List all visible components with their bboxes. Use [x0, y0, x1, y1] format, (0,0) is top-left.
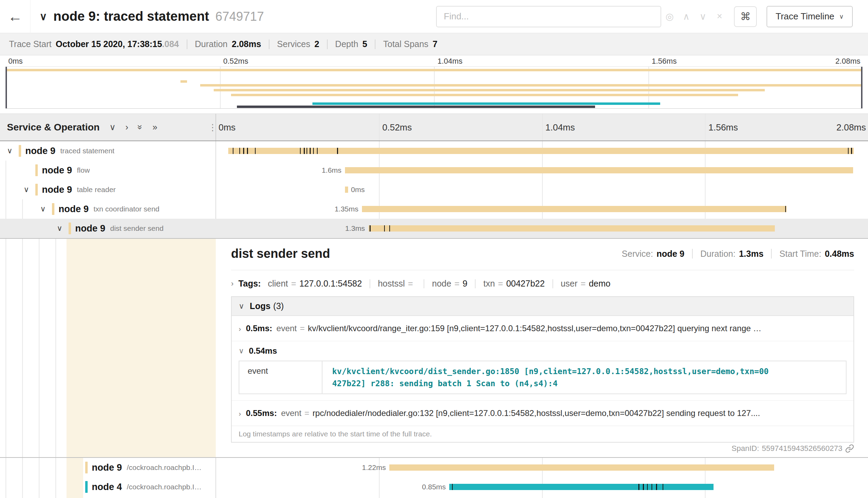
- minimap-left-handle[interactable]: [6, 67, 7, 108]
- find-target-icon[interactable]: ◎: [661, 11, 678, 22]
- span-duration-bar[interactable]: [369, 225, 775, 232]
- chevron-down-icon[interactable]: ∨: [57, 224, 69, 233]
- minimap-canvas[interactable]: [6, 66, 862, 109]
- summary-item: Duration2.08ms: [195, 39, 261, 49]
- chevron-down-icon[interactable]: ∨: [239, 347, 244, 355]
- time-tick-label: 1.56ms: [708, 122, 738, 133]
- minimap-span-bar: [312, 102, 660, 105]
- span-row[interactable]: ∨node 9traced statement: [0, 141, 868, 161]
- span-timeline-column[interactable]: 1.6ms: [216, 161, 868, 180]
- span-name-column[interactable]: ∨node 9dist sender send: [0, 219, 216, 238]
- span-timeline-column[interactable]: 1.35ms: [216, 199, 868, 219]
- separator: [771, 249, 772, 259]
- span-detail-title: dist sender send: [231, 246, 330, 261]
- span-name-column[interactable]: node 4/cockroach.roachpb.I…: [0, 477, 216, 497]
- span-name-column[interactable]: ∨node 9table reader: [0, 180, 216, 199]
- tag-key: txn: [483, 279, 495, 289]
- span-row[interactable]: ∨node 9dist sender send1.3ms: [0, 219, 868, 238]
- span-timeline-column[interactable]: 0.85ms: [216, 477, 868, 497]
- span-name-column[interactable]: ∨node 9txn coordinator send: [0, 199, 216, 219]
- time-tick-label: 2.08ms: [835, 57, 860, 66]
- span-duration-bar[interactable]: [345, 167, 853, 173]
- span-duration-bar[interactable]: [228, 148, 854, 154]
- tags-row[interactable]: › Tags: client=127.0.0.1:54582hostssl=no…: [231, 279, 854, 289]
- log-entry-header[interactable]: ∨0.54ms: [239, 346, 847, 356]
- back-button[interactable]: ←: [0, 0, 30, 33]
- time-tick-label: 0ms: [219, 122, 236, 133]
- span-duration-bar[interactable]: [389, 464, 774, 471]
- span-log-marker: [452, 484, 453, 490]
- keyboard-shortcuts-button[interactable]: ⌘: [734, 6, 757, 27]
- span-duration-bar[interactable]: [449, 484, 714, 490]
- summary-value: 5: [362, 39, 367, 49]
- span-row[interactable]: node 9/cockroach.roachpb.I…1.22ms: [0, 458, 868, 477]
- span-timeline-column[interactable]: 1.3ms: [216, 219, 868, 238]
- service-color-indicator: [35, 164, 38, 176]
- span-log-marker: [247, 148, 248, 154]
- tag-item[interactable]: user=demo: [561, 279, 611, 289]
- span-timeline-column[interactable]: 0ms: [216, 180, 868, 199]
- find-input[interactable]: [436, 6, 661, 27]
- chevron-down-icon[interactable]: ∨: [7, 146, 19, 155]
- span-row[interactable]: node 9flow1.6ms: [0, 161, 868, 180]
- find-group: ◎ ∧ ∨ ×: [436, 6, 728, 27]
- tag-item[interactable]: hostssl=: [378, 279, 416, 289]
- find-clear-button[interactable]: ×: [711, 11, 728, 22]
- chevron-right-icon[interactable]: ›: [231, 279, 233, 288]
- span-row[interactable]: ∨node 9txn coordinator send1.35ms: [0, 199, 868, 219]
- span-row[interactable]: node 4/cockroach.roachpb.I…0.85ms: [0, 477, 868, 497]
- minimap-span-bar: [200, 84, 862, 87]
- span-name-column[interactable]: node 9flow: [0, 161, 216, 180]
- trace-title-chevron-down-icon[interactable]: ∨: [39, 10, 47, 22]
- tag-item[interactable]: txn=00427b22: [483, 279, 544, 289]
- find-prev-button[interactable]: ∧: [678, 11, 694, 22]
- expand-one-button[interactable]: ›: [125, 122, 128, 132]
- chevron-down-icon[interactable]: ∨: [40, 205, 52, 214]
- log-timestamp: 0.5ms:: [246, 324, 272, 333]
- trace-timeline-view-selector[interactable]: Trace Timeline ∨: [767, 6, 853, 27]
- column-resizer-grip[interactable]: ⋮: [0, 241, 1, 250]
- span-detail-header: dist sender send Service:node 9Duration:…: [231, 246, 854, 261]
- separator: [552, 279, 553, 288]
- tag-item[interactable]: client=127.0.0.1:54582: [268, 279, 362, 289]
- collapse-all-button[interactable]: »: [135, 125, 145, 130]
- trace-title: node 9: traced statement: [53, 9, 209, 24]
- service-color-indicator: [52, 203, 54, 215]
- chevron-down-icon[interactable]: ∨: [239, 302, 244, 311]
- expand-all-button[interactable]: »: [152, 122, 157, 132]
- column-resizer-grip[interactable]: ⋮: [208, 123, 217, 132]
- minimap-right-handle[interactable]: [861, 67, 862, 108]
- chevron-down-icon[interactable]: ∨: [24, 185, 35, 194]
- span-log-marker: [663, 484, 664, 490]
- log-entry[interactable]: ›0.55ms:event=rpc/nodedialer/nodedialer.…: [232, 400, 853, 426]
- span-id-row: SpanID: 5597415943526560273: [732, 444, 854, 453]
- logs-header[interactable]: ∨ Logs (3): [232, 297, 853, 316]
- span-duration-bar[interactable]: [345, 187, 348, 193]
- service-color-indicator: [85, 462, 88, 473]
- separator: [370, 279, 370, 288]
- span-name-column[interactable]: ∨node 9traced statement: [0, 141, 216, 161]
- span-timeline-column[interactable]: 1.22ms: [216, 458, 868, 477]
- collapse-one-button[interactable]: ∨: [109, 122, 116, 132]
- tag-item[interactable]: node=9: [432, 279, 467, 289]
- span-log-marker: [389, 225, 390, 232]
- log-entry[interactable]: ›0.5ms:event=kv/kvclient/kvcoord/range_i…: [232, 316, 853, 341]
- link-icon[interactable]: [845, 444, 854, 453]
- tag-key: client: [268, 279, 288, 289]
- find-next-button[interactable]: ∨: [694, 11, 711, 22]
- operation-name: /cockroach.roachpb.I…: [127, 463, 202, 472]
- equals-sign: =: [581, 279, 586, 289]
- service-color-indicator: [69, 223, 71, 234]
- time-tick-label: 0.52ms: [223, 57, 248, 66]
- span-detail-meta: Service:node 9Duration:1.3msStart Time:0…: [622, 249, 854, 259]
- service-operation-title: Service & Operation: [7, 122, 100, 133]
- separator: [375, 39, 375, 49]
- span-name-column[interactable]: node 9/cockroach.roachpb.I…: [0, 458, 216, 477]
- span-timeline-column[interactable]: [216, 141, 868, 161]
- chevron-right-icon[interactable]: ›: [239, 409, 241, 418]
- span-row[interactable]: ∨node 9table reader0ms: [0, 180, 868, 199]
- chevron-right-icon[interactable]: ›: [239, 325, 241, 333]
- span-duration-bar[interactable]: [362, 206, 787, 212]
- separator: [269, 39, 269, 49]
- service-name: node 9: [92, 462, 122, 473]
